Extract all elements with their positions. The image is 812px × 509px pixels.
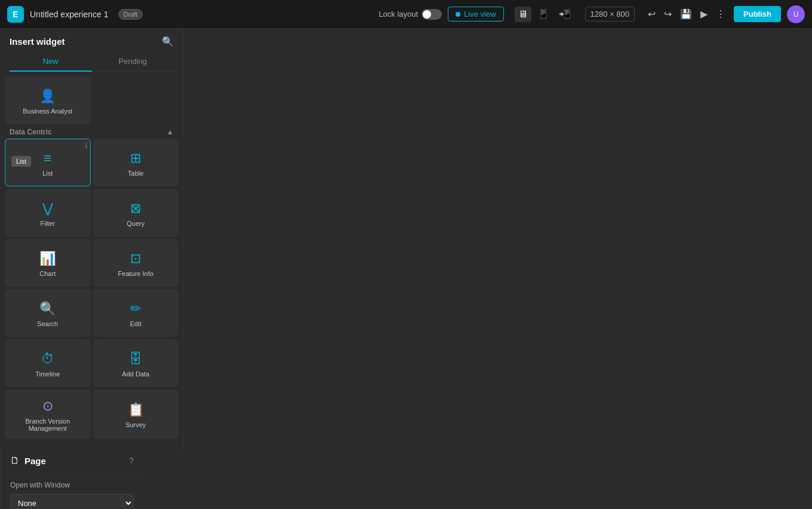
widget-item-feature-info[interactable]: ⊡ Feature Info: [93, 239, 179, 287]
branch-version-icon: ⊙: [42, 398, 53, 414]
query-icon: ⊠: [130, 201, 141, 216]
widget-panel-header: Insert widget 🔍: [0, 29, 183, 47]
widget-label-edit: Edit: [130, 320, 142, 327]
chart-icon: 📊: [39, 251, 56, 266]
lock-layout-control: Lock layout: [379, 9, 442, 20]
right-panel: 🗋 Page ? Open with Window None Animation…: [0, 448, 143, 509]
add-data-icon: 🗄: [129, 351, 142, 367]
preview-button[interactable]: ▶: [698, 6, 710, 22]
widget-label-table: Table: [128, 170, 143, 177]
device-icons: 🖥 📱 📲: [515, 6, 574, 22]
widget-label-feature-info: Feature Info: [118, 270, 153, 277]
business-analyst-icon: 👤: [39, 88, 56, 104]
user-avatar[interactable]: U: [787, 5, 805, 23]
lock-layout-label: Lock layout: [379, 10, 418, 19]
widget-item-chart[interactable]: 📊 Chart: [5, 239, 91, 287]
widget-label-survey: Survey: [125, 421, 146, 428]
more-button[interactable]: ⋮: [713, 6, 728, 22]
live-view-dot: [456, 12, 460, 17]
widget-label-search: Search: [37, 320, 58, 327]
right-panel-page-icon: 🗋: [10, 455, 20, 466]
feature-info-icon: ⊡: [130, 251, 141, 266]
table-icon: ⊞: [130, 151, 141, 166]
data-centric-grid: ℹ ≡ List List ⊞ Table ⋁ Filter ⊠ Query: [5, 139, 179, 443]
mobile-device-button[interactable]: 📲: [555, 6, 574, 22]
widget-item-branch-version[interactable]: ⊙ Branch Version Management: [5, 390, 91, 439]
widget-item-business-analyst[interactable]: 👤 Business Analyst: [5, 76, 91, 124]
right-panel-header: 🗋 Page ?: [1, 448, 143, 474]
filter-icon: ⋁: [42, 201, 53, 216]
widget-panel: Insert widget 🔍 New Pending 👤 Business A…: [0, 29, 184, 448]
widget-item-add-data[interactable]: 🗄 Add Data: [93, 339, 179, 387]
widget-label-business-analyst: Business Analyst: [23, 108, 72, 115]
widget-item-table[interactable]: ⊞ Table: [93, 139, 179, 186]
widget-item-search[interactable]: 🔍 Search: [5, 289, 91, 337]
widget-label-query: Query: [127, 220, 144, 227]
widget-label-branch-version: Branch Version Management: [10, 418, 85, 432]
lock-layout-toggle[interactable]: [422, 9, 442, 20]
list-tooltip: List: [11, 156, 31, 167]
panel-search-button[interactable]: 🔍: [162, 36, 174, 47]
widget-label-chart: Chart: [39, 270, 56, 277]
publish-button[interactable]: Publish: [734, 6, 781, 22]
widget-item-query[interactable]: ⊠ Query: [93, 189, 179, 237]
data-centric-section-header: Data centric ▲: [5, 124, 179, 139]
panel-tabs: New Pending: [10, 52, 174, 72]
open-with-label: Open with Window: [10, 481, 134, 489]
data-centric-collapse[interactable]: ▲: [167, 128, 174, 136]
resolution-button[interactable]: 1280 × 800: [585, 7, 635, 22]
widget-label-filter: Filter: [41, 220, 55, 227]
app-logo: E: [7, 6, 24, 23]
draft-badge: Draft: [118, 9, 143, 20]
list-icon: ≡: [44, 151, 51, 166]
widget-label-timeline: Timeline: [35, 370, 60, 378]
save-button[interactable]: 💾: [678, 6, 694, 22]
widget-panel-title: Insert widget: [10, 36, 65, 47]
widget-label-add-data: Add Data: [122, 370, 149, 378]
widget-item-filter[interactable]: ⋁ Filter: [5, 189, 91, 237]
edit-icon: ✏: [130, 301, 141, 317]
tablet-device-button[interactable]: 📱: [534, 6, 553, 22]
right-panel-help-button[interactable]: ?: [129, 456, 134, 465]
widget-item-edit[interactable]: ✏ Edit: [93, 289, 179, 337]
widget-item-survey[interactable]: 📋 Survey: [93, 390, 179, 439]
live-view-button[interactable]: Live view: [448, 7, 503, 22]
app-title: Untitled experience 1: [30, 10, 109, 19]
undo-button[interactable]: ↩: [645, 6, 658, 22]
data-centric-label: Data centric: [10, 128, 52, 136]
timeline-icon: ⏱: [41, 351, 54, 367]
topbar-actions: ↩ ↪ 💾 ▶ ⋮: [645, 6, 728, 22]
open-with-select[interactable]: None: [10, 494, 134, 509]
tab-new[interactable]: New: [10, 52, 92, 72]
right-panel-title: Page: [24, 456, 46, 466]
tab-pending[interactable]: Pending: [92, 52, 174, 70]
topbar: E Untitled experience 1 Draft Lock layou…: [0, 0, 812, 29]
open-with-window-section: Open with Window None: [1, 474, 143, 509]
widget-label-list: List: [42, 170, 53, 177]
desktop-device-button[interactable]: 🖥: [515, 7, 531, 22]
survey-icon: 📋: [128, 402, 144, 418]
search-icon: 🔍: [39, 301, 56, 317]
redo-button[interactable]: ↪: [662, 6, 674, 22]
widget-item-placeholder: [93, 76, 179, 124]
widget-scroll: 👤 Business Analyst Data centric ▲ ℹ ≡ Li…: [0, 72, 183, 448]
list-info-button[interactable]: ℹ: [85, 142, 88, 150]
widget-item-timeline[interactable]: ⏱ Timeline: [5, 339, 91, 387]
widget-item-list[interactable]: ℹ ≡ List List: [5, 139, 91, 186]
